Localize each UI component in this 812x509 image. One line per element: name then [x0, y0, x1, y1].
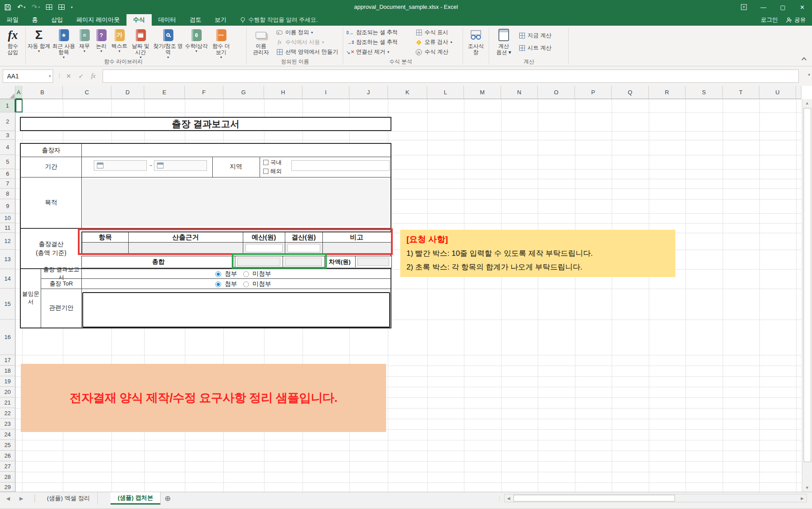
evaluate-formula-button[interactable]: fx 수식 계산: [415, 47, 448, 57]
related-draft-box[interactable]: [82, 292, 390, 328]
column-header-U[interactable]: U: [759, 86, 796, 99]
row-header-4[interactable]: 4: [0, 140, 15, 155]
tell-me-box[interactable]: 수행할 작업을 알려 주세요.: [233, 14, 318, 26]
overseas-checkbox[interactable]: [263, 169, 268, 174]
ribbon-tab-6[interactable]: 검토: [183, 14, 208, 26]
column-header-A[interactable]: A: [15, 86, 22, 99]
column-header-D[interactable]: D: [111, 86, 144, 99]
row-header-1[interactable]: 1: [0, 99, 15, 112]
calculate-sheet-button[interactable]: 시트 계산: [518, 43, 551, 53]
more-functions-button[interactable]: ⋯ 함수 더 보기 ▾: [209, 27, 234, 62]
region-overseas-option[interactable]: 해외: [263, 167, 282, 175]
ribbon-tab-4[interactable]: 수식: [126, 14, 152, 26]
ribbon-tab-1[interactable]: 홈: [25, 14, 45, 26]
row-header-7[interactable]: 7: [0, 179, 15, 189]
expand-formula-bar-button[interactable]: ▾: [808, 72, 810, 77]
row-header-26[interactable]: 26: [0, 451, 15, 461]
difference-cell[interactable]: [357, 258, 389, 266]
formula-input[interactable]: [103, 69, 799, 83]
datetime-functions-button[interactable]: 날짜 및 시간 ▾: [129, 27, 152, 62]
row-header-22[interactable]: 22: [0, 408, 15, 419]
report-attached-radio[interactable]: [215, 271, 221, 277]
report-not-attached-radio[interactable]: [243, 271, 249, 277]
item-input-cell[interactable]: [82, 243, 128, 254]
minimize-button[interactable]: —: [754, 0, 773, 14]
row-header-24[interactable]: 24: [0, 429, 15, 440]
define-name-button[interactable]: 이름 정의 ▾: [276, 28, 313, 37]
settled-input-cell[interactable]: [285, 243, 322, 254]
tor-attached-radio[interactable]: [215, 281, 221, 287]
column-header-I[interactable]: I: [303, 86, 349, 99]
formula-bar-splitter[interactable]: ⋮: [57, 72, 62, 79]
use-in-formula-button[interactable]: fx 수식에서 사용 ▾: [276, 38, 324, 47]
column-header-B[interactable]: B: [22, 86, 63, 99]
add-sheet-button[interactable]: ⊕: [165, 492, 171, 505]
column-header-E[interactable]: E: [144, 86, 185, 99]
sheet-nav-left-button[interactable]: ◀: [6, 492, 10, 505]
column-header-S[interactable]: S: [686, 86, 723, 99]
name-manager-button[interactable]: 이름 관리자: [249, 27, 272, 62]
ribbon-display-options-button[interactable]: [734, 0, 754, 14]
scroll-left-icon[interactable]: ◀: [505, 494, 513, 502]
remove-arrows-button[interactable]: ↘✕ 연결선 제거 ▾: [347, 47, 389, 57]
remark-input-cell[interactable]: [323, 243, 391, 254]
horizontal-scroll-thumb[interactable]: [513, 495, 675, 501]
basis-input-cell[interactable]: [129, 243, 243, 254]
row-header-19[interactable]: 19: [0, 376, 15, 387]
row-header-27[interactable]: 27: [0, 461, 15, 472]
row-header-29[interactable]: 29: [0, 482, 15, 492]
column-header-O[interactable]: O: [538, 86, 575, 99]
row-header-16[interactable]: 16: [0, 320, 15, 355]
sheet-tab-1[interactable]: (샘플) 캡처본: [111, 492, 161, 505]
purpose-value-area[interactable]: [83, 179, 391, 226]
lookup-reference-button[interactable]: 찾기/참조 영역 ▾: [152, 27, 184, 62]
calculate-now-button[interactable]: 지금 계산: [518, 31, 551, 40]
financial-button[interactable]: ≡ 재무 ▾: [76, 27, 93, 62]
horizontal-scrollbar[interactable]: ◀ ▶: [504, 494, 807, 502]
row-header-20[interactable]: 20: [0, 387, 15, 397]
row-header-9[interactable]: 9: [0, 199, 15, 213]
column-header-H[interactable]: H: [264, 86, 303, 99]
column-header-C[interactable]: C: [63, 86, 111, 99]
autosum-button[interactable]: Σ 자동 합계 ▾: [27, 27, 51, 62]
row-header-5[interactable]: 5: [0, 155, 15, 169]
close-button[interactable]: ✕: [793, 0, 812, 14]
error-checking-button[interactable]: 오류 검사 ▾: [415, 38, 452, 47]
calculation-options-button[interactable]: 계산 옵션 ▾: [493, 27, 515, 62]
domestic-checkbox[interactable]: [263, 160, 268, 165]
column-header-L[interactable]: L: [427, 86, 464, 99]
column-header-partial[interactable]: [796, 86, 801, 99]
scroll-up-icon[interactable]: ▲: [802, 99, 812, 107]
column-header-R[interactable]: R: [649, 86, 686, 99]
share-button[interactable]: 공유: [786, 16, 806, 24]
row-header-6[interactable]: 6: [0, 169, 15, 179]
select-all-corner[interactable]: [0, 86, 15, 99]
insert-function-small-button[interactable]: fx: [88, 69, 99, 83]
column-header-K[interactable]: K: [388, 86, 427, 99]
collapse-ribbon-button[interactable]: [802, 55, 806, 63]
region-domestic-option[interactable]: 국내: [263, 158, 282, 166]
row-header-14[interactable]: 14: [0, 269, 15, 289]
tor-not-attached-radio[interactable]: [243, 281, 249, 287]
sign-in-button[interactable]: 로그인: [761, 16, 778, 24]
row-header-12[interactable]: 12: [0, 233, 15, 250]
ribbon-tab-0[interactable]: 파일: [0, 14, 25, 26]
period-end-datepicker[interactable]: [154, 160, 207, 171]
trace-precedents-button[interactable]: → 참조되는 셀 추적: [347, 28, 398, 37]
row-header-10[interactable]: 10: [0, 213, 15, 223]
column-header-P[interactable]: P: [575, 86, 612, 99]
row-header-25[interactable]: 25: [0, 440, 15, 451]
vertical-scroll-thumb[interactable]: [804, 108, 811, 462]
cancel-button[interactable]: ✕: [63, 69, 74, 83]
logical-button[interactable]: ? 논리 ▾: [93, 27, 110, 62]
scroll-right-icon[interactable]: ▶: [798, 494, 806, 502]
enter-button[interactable]: ✓: [75, 69, 87, 83]
column-header-J[interactable]: J: [349, 86, 388, 99]
row-header-2[interactable]: 2: [0, 112, 15, 131]
sheet-nav-right-button[interactable]: ▶: [19, 492, 23, 505]
row-header-13[interactable]: 13: [0, 250, 15, 269]
total-settled-cell[interactable]: [285, 258, 322, 266]
column-header-G[interactable]: G: [223, 86, 264, 99]
column-header-T[interactable]: T: [723, 86, 759, 99]
budget-input-cell[interactable]: [243, 243, 285, 254]
